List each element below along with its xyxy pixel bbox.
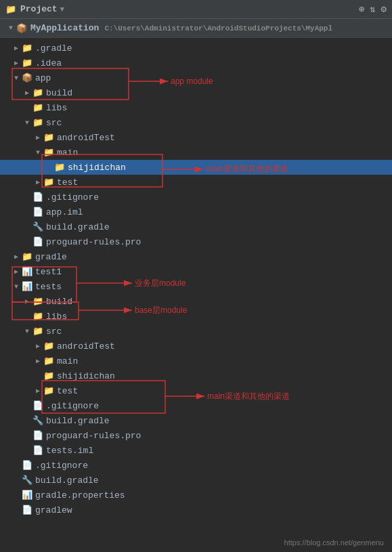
arrow-tests-src[interactable] (22, 328, 32, 335)
tree-item-tests-src-shijidichan[interactable]: 📁shijidichan (0, 368, 392, 383)
tree-item-app-src-main[interactable]: 📁main (0, 145, 392, 160)
module-lib-icon: 📊 (22, 266, 32, 277)
pro-icon: 📄 (22, 505, 32, 515)
target-icon[interactable]: ⊕ (359, 3, 364, 15)
tree-item-tests-libs[interactable]: 📁libs (0, 309, 392, 324)
gitignore-icon: 📄 (32, 400, 43, 411)
tree-item-tests-pro[interactable]: 📄proguard-rules.pro (0, 428, 392, 443)
label-tests-src-main: main (57, 356, 78, 366)
arrow-gradle-dir[interactable] (11, 253, 22, 261)
gitignore-icon: 📄 (32, 192, 43, 203)
tree-item-app-build[interactable]: 📁build (0, 85, 392, 100)
label-root-gradle-props: gradle.properties (35, 490, 125, 501)
folder-icon: 📁 (22, 251, 32, 262)
tree-item-tests-gitignore[interactable]: 📄.gitignore (0, 398, 392, 413)
arrow-app-src-main[interactable] (32, 149, 43, 156)
iml-icon: 📄 (32, 207, 43, 217)
tree-item-app-src-main-shijidichan[interactable]: 📁shijidichan (0, 160, 392, 175)
tree-item-app-src-androidTest[interactable]: 📁androidTest (0, 130, 392, 145)
label-app-src-main-shijidichan: shijidichan (68, 163, 126, 173)
arrow-tests[interactable] (11, 283, 22, 291)
arrow-tests-src-main[interactable] (32, 357, 43, 365)
label-app-pro: proguard-rules.pro (46, 237, 141, 247)
label-gradle-dir: gradle (35, 252, 67, 262)
label-tests-gradle: build.gradle (46, 416, 110, 426)
arrow-tests-src-test[interactable] (32, 387, 43, 395)
arrow-gradle[interactable] (11, 44, 22, 52)
label-test1: test1 (35, 267, 62, 277)
label-tests-src: src (46, 326, 62, 337)
arrow-app[interactable] (11, 75, 22, 82)
label-app: app (35, 73, 51, 83)
folder-icon: 📁 (32, 117, 43, 128)
tree-item-tests-src-test[interactable]: 📁test (0, 383, 392, 398)
tree-item-test1[interactable]: 📊test1 (0, 264, 392, 279)
arrow-app-src-test[interactable] (32, 178, 43, 186)
module-app-icon: 📦 (22, 72, 32, 83)
arrow-app-src[interactable] (22, 119, 32, 127)
arrow-test1[interactable] (11, 268, 22, 276)
tree-item-tests-iml[interactable]: 📄tests.iml (0, 443, 392, 458)
tree-item-tests-src-androidTest[interactable]: 📁androidTest (0, 339, 392, 354)
arrow-tests-src-androidTest[interactable] (32, 342, 43, 350)
label-tests-src-androidTest: androidTest (57, 341, 115, 352)
arrow-idea[interactable] (11, 59, 22, 67)
tree-item-tests[interactable]: 📊tests (0, 279, 392, 294)
tree-item-root-gradle[interactable]: 🔧build.gradle (0, 473, 392, 488)
toolbar: 📁 Project ▼ ⊕ ⇅ ⚙ (0, 0, 392, 19)
toolbar-dropdown[interactable]: ▼ (60, 5, 65, 14)
label-app-build: build (46, 88, 72, 98)
tree-item-app-src[interactable]: 📁src (0, 115, 392, 130)
folder-icon: 📁 (43, 341, 54, 352)
tree-item-tests-src-main[interactable]: 📁main (0, 354, 392, 368)
sort-icon[interactable]: ⇅ (370, 3, 375, 15)
label-app-gitignore: .gitignore (46, 192, 99, 203)
folder-icon: 📁 (54, 162, 65, 173)
tree-item-app-gradle[interactable]: 🔧build.gradle (0, 219, 392, 234)
tree-item-app-iml[interactable]: 📄app.iml (0, 205, 392, 219)
label-root-gradlew: gradlew (35, 505, 72, 515)
folder-icon: 📁 (32, 296, 43, 307)
label-root-gradle: build.gradle (35, 475, 99, 486)
tree-item-gradle[interactable]: 📁.gradle (0, 41, 392, 56)
gear-icon[interactable]: ⚙ (381, 3, 387, 15)
arrow-app-build[interactable] (22, 89, 32, 97)
label-tests-src-test: test (57, 386, 78, 396)
folder-icon: 📁 (32, 102, 43, 113)
folder-icon: 📁 (43, 177, 54, 188)
tree-item-app-pro[interactable]: 📄proguard-rules.pro (0, 234, 392, 249)
gradle-g-icon: 🔧 (32, 221, 43, 232)
project-root-row[interactable]: 📦 MyApplication C:\Users\Administrator\A… (0, 19, 392, 38)
project-icon: 📁 (5, 4, 16, 15)
tree-item-tests-gradle[interactable]: 🔧build.gradle (0, 413, 392, 428)
tree-item-tests-src[interactable]: 📁src (0, 324, 392, 339)
folder-icon: 📁 (22, 58, 32, 68)
label-app-src: src (46, 118, 62, 128)
tree-item-idea[interactable]: 📁.idea (0, 56, 392, 70)
pro-icon: 📄 (32, 236, 43, 247)
tree-item-tests-build[interactable]: 📁build (0, 294, 392, 309)
tree-item-app[interactable]: 📦app (0, 70, 392, 85)
bottom-url: https://blog.csdn.net/genmenu (284, 538, 384, 547)
label-tests-src-shijidichan: shijidichan (57, 371, 115, 381)
tree-item-gradle-dir[interactable]: 📁gradle (0, 249, 392, 264)
tree-item-root-gitignore[interactable]: 📄.gitignore (0, 458, 392, 473)
label-tests-libs: libs (46, 312, 67, 322)
folder-icon: 📁 (32, 311, 43, 322)
iml-icon: 📄 (32, 445, 43, 456)
module-tests-icon: 📊 (22, 281, 32, 292)
folder-icon: 📁 (32, 326, 43, 337)
tree-item-app-libs[interactable]: 📁libs (0, 100, 392, 115)
tree-item-root-gradlew[interactable]: 📄gradlew (0, 503, 392, 517)
label-root-gitignore: .gitignore (35, 461, 88, 471)
arrow-app-src-androidTest[interactable] (32, 133, 43, 142)
gradle-g-icon: 🔧 (22, 475, 32, 486)
tree-item-root-gradle-props[interactable]: 📊gradle.properties (0, 488, 392, 503)
folder-icon: 📁 (43, 356, 54, 366)
toolbar-title: Project (20, 4, 58, 14)
tree-item-app-gitignore[interactable]: 📄.gitignore (0, 190, 392, 205)
label-tests-iml: tests.iml (46, 446, 93, 456)
tree-item-app-src-test[interactable]: 📁test (0, 175, 392, 190)
gradle-g-icon: 🔧 (32, 415, 43, 426)
arrow-tests-build[interactable] (22, 297, 32, 305)
